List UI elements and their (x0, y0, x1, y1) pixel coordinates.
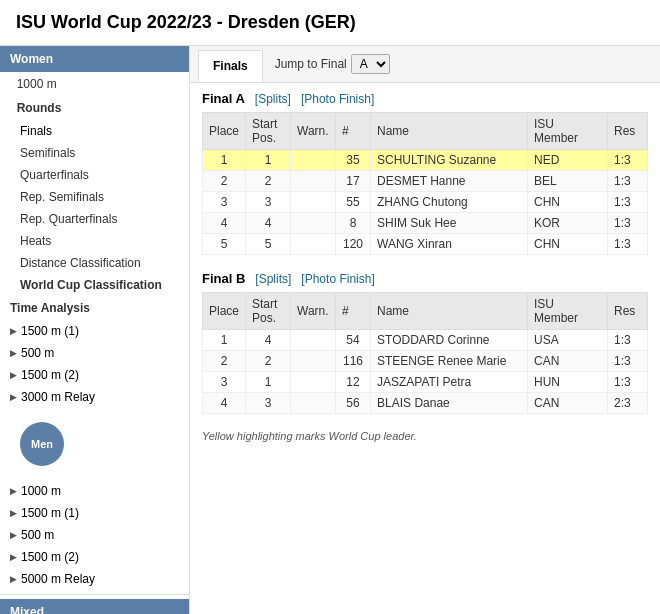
col-header-name: Name (371, 293, 528, 330)
col-header-name: Name (371, 113, 528, 150)
final-a-title: Final A (202, 91, 245, 106)
table-cell: 1 (203, 330, 246, 351)
sidebar-men-1500m-1[interactable]: ▶ 1500 m (1) (0, 502, 189, 524)
athlete-name-link[interactable]: ZHANG Chutong (371, 192, 528, 213)
table-cell: NED (528, 150, 608, 171)
sidebar-item-label: 5000 m Relay (21, 572, 95, 586)
table-row: 55120WANG XinranCHN1:3 (203, 234, 648, 255)
sidebar-item-world-cup-classification[interactable]: World Cup Classification (0, 274, 189, 296)
tab-bar: Finals Jump to Final A B (190, 46, 660, 83)
sidebar-item-finals[interactable]: Finals (0, 120, 189, 142)
table-cell: 56 (336, 393, 371, 414)
table-cell: CHN (528, 192, 608, 213)
sidebar-item-500m[interactable]: ▶ 500 m (0, 342, 189, 364)
table-cell (291, 372, 336, 393)
sidebar-item-label: 1500 m (1) (21, 324, 79, 338)
athlete-name-link[interactable]: DESMET Hanne (371, 171, 528, 192)
table-row: 448SHIM Suk HeeKOR1:3 (203, 213, 648, 234)
sidebar-item-1500m-2[interactable]: ▶ 1500 m (2) (0, 364, 189, 386)
table-cell: CAN (528, 351, 608, 372)
athlete-name-link[interactable]: STODDARD Corinne (371, 330, 528, 351)
table-cell (291, 171, 336, 192)
athlete-name-link[interactable]: BLAIS Danae (371, 393, 528, 414)
final-b-title: Final B (202, 271, 245, 286)
table-row: 1135SCHULTING SuzanneNED1:3 (203, 150, 648, 171)
sidebar-item-heats[interactable]: Heats (0, 230, 189, 252)
table-cell (291, 234, 336, 255)
note-text: Yellow highlighting marks World Cup lead… (202, 430, 648, 442)
table-cell: 1 (203, 150, 246, 171)
sidebar-item-quarterfinals[interactable]: Quarterfinals (0, 164, 189, 186)
col-header-start: Start Pos. (246, 113, 291, 150)
table-cell: 1 (246, 372, 291, 393)
col-header-num: # (336, 293, 371, 330)
sidebar-men-500m[interactable]: ▶ 500 m (0, 524, 189, 546)
sidebar-rounds-label: Rounds (0, 96, 189, 120)
table-cell: USA (528, 330, 608, 351)
men-button[interactable]: Men (20, 422, 64, 466)
final-a-photo-link[interactable]: [Photo Finish] (301, 92, 374, 106)
table-row: 3112JASZAPATI PetraHUN1:3 (203, 372, 648, 393)
final-b-photo-link[interactable]: [Photo Finish] (301, 272, 374, 286)
table-cell: 2 (246, 171, 291, 192)
sidebar-men-1000m[interactable]: ▶ 1000 m (0, 480, 189, 502)
sidebar-men-1500m-2[interactable]: ▶ 1500 m (2) (0, 546, 189, 568)
table-cell: 54 (336, 330, 371, 351)
table-cell: 2 (203, 351, 246, 372)
final-a-section: Final A [Splits] [Photo Finish] Place St… (202, 91, 648, 255)
sidebar: Women 1000 m Rounds Finals Semifinals Qu… (0, 46, 190, 614)
table-cell: 4 (203, 213, 246, 234)
chevron-right-icon: ▶ (10, 530, 17, 540)
table-cell: 4 (246, 330, 291, 351)
sidebar-item-1000m[interactable]: 1000 m (0, 72, 189, 96)
sidebar-men-5000m-relay[interactable]: ▶ 5000 m Relay (0, 568, 189, 590)
table-cell: 3 (203, 372, 246, 393)
sidebar-item-label: 3000 m Relay (21, 390, 95, 404)
table-row: 22116STEENGE Renee MarieCAN1:3 (203, 351, 648, 372)
jump-select[interactable]: A B (351, 54, 390, 74)
final-a-table: Place Start Pos. Warn. # Name ISU Member… (202, 112, 648, 255)
athlete-name-link[interactable]: WANG Xinran (371, 234, 528, 255)
sidebar-item-rep-quarterfinals[interactable]: Rep. Quarterfinals (0, 208, 189, 230)
men-section-toggle[interactable]: Men (0, 408, 189, 480)
final-a-header: Final A [Splits] [Photo Finish] (202, 91, 648, 106)
chevron-right-icon: ▶ (10, 486, 17, 496)
sidebar-item-semifinals[interactable]: Semifinals (0, 142, 189, 164)
table-cell (291, 213, 336, 234)
chevron-right-icon: ▶ (10, 552, 17, 562)
athlete-name-link[interactable]: SHIM Suk Hee (371, 213, 528, 234)
table-cell: 120 (336, 234, 371, 255)
table-cell: 12 (336, 372, 371, 393)
table-cell: 3 (246, 393, 291, 414)
final-b-splits-link[interactable]: [Splits] (255, 272, 291, 286)
sidebar-item-distance-classification[interactable]: Distance Classification (0, 252, 189, 274)
table-cell: HUN (528, 372, 608, 393)
sidebar-item-1500m-1[interactable]: ▶ 1500 m (1) (0, 320, 189, 342)
sidebar-item-3000m-relay[interactable]: ▶ 3000 m Relay (0, 386, 189, 408)
table-cell: 1:3 (608, 213, 648, 234)
table-cell: 4 (203, 393, 246, 414)
col-header-warn: Warn. (291, 293, 336, 330)
athlete-name-link[interactable]: JASZAPATI Petra (371, 372, 528, 393)
table-cell: KOR (528, 213, 608, 234)
chevron-right-icon: ▶ (10, 392, 17, 402)
col-header-res: Res (608, 113, 648, 150)
athlete-name-link[interactable]: STEENGE Renee Marie (371, 351, 528, 372)
table-cell: 5 (246, 234, 291, 255)
jump-label: Jump to Final (275, 57, 347, 71)
athlete-name-link[interactable]: SCHULTING Suzanne (371, 150, 528, 171)
col-header-isu: ISU Member (528, 293, 608, 330)
final-b-section: Final B [Splits] [Photo Finish] Place St… (202, 271, 648, 414)
final-a-splits-link[interactable]: [Splits] (255, 92, 291, 106)
table-cell: 2 (246, 351, 291, 372)
col-header-res: Res (608, 293, 648, 330)
table-cell: 1:3 (608, 192, 648, 213)
table-row: 1454STODDARD CorinneUSA1:3 (203, 330, 648, 351)
chevron-right-icon: ▶ (10, 574, 17, 584)
table-cell: CHN (528, 234, 608, 255)
sidebar-item-label: 1500 m (2) (21, 550, 79, 564)
tab-finals[interactable]: Finals (198, 50, 263, 82)
mixed-section-header: Mixed (0, 599, 189, 614)
table-cell (291, 150, 336, 171)
sidebar-item-rep-semifinals[interactable]: Rep. Semifinals (0, 186, 189, 208)
